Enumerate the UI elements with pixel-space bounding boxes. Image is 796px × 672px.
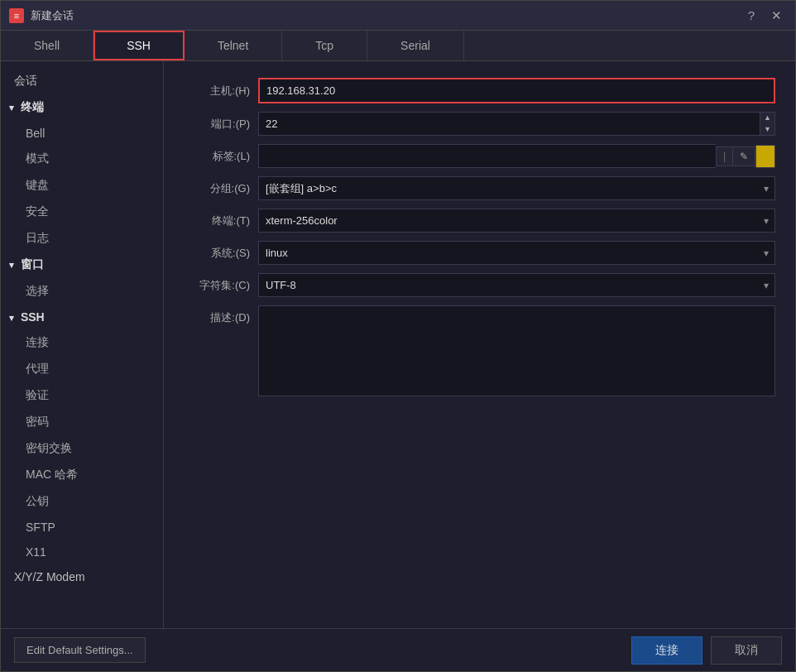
host-control (258, 78, 775, 103)
sidebar-item-sftp[interactable]: SFTP (1, 515, 163, 540)
system-row: 系统:(S) linux (184, 241, 775, 265)
tag-divider: | (717, 147, 733, 166)
dialog: ≡ 新建会话 ? ✕ Shell SSH Telnet Tcp Serial 会… (0, 0, 796, 672)
tag-label: 标签:(L) (184, 149, 258, 164)
connect-button[interactable]: 连接 (631, 636, 702, 665)
title-bar-controls: ? ✕ (743, 7, 787, 25)
group-select[interactable]: [嵌套组] a>b>c (258, 176, 775, 200)
cancel-button[interactable]: 取消 (711, 636, 782, 665)
tag-control: | ✎ (258, 144, 775, 168)
terminal-row: 终端:(T) xterm-256color (184, 209, 775, 233)
desc-control (258, 305, 775, 399)
charset-control: UTF-8 (258, 273, 775, 297)
port-spin-down[interactable]: ▼ (760, 124, 774, 136)
host-input[interactable] (258, 78, 775, 103)
bottom-right-buttons: 连接 取消 (631, 636, 782, 665)
sidebar: 会话 ▾ 终端 Bell 模式 键盘 安全 日志 ▾ 窗口 (1, 61, 164, 628)
system-label: 系统:(S) (184, 246, 258, 261)
help-button[interactable]: ? (743, 7, 760, 25)
bottom-bar: Edit Default Settings... 连接 取消 (1, 628, 795, 671)
terminal-label: 终端:(T) (184, 214, 258, 228)
tab-tcp[interactable]: Tcp (282, 31, 367, 60)
terminal-control: xterm-256color (258, 209, 775, 233)
host-row: 主机:(H) (184, 78, 775, 103)
desc-row: 描述:(D) (184, 305, 775, 399)
tab-telnet[interactable]: Telnet (185, 31, 282, 60)
form-area: 主机:(H) 端口:(P) ▲ ▼ (164, 61, 795, 628)
charset-row: 字符集:(C) UTF-8 (184, 273, 775, 297)
port-label: 端口:(P) (184, 117, 258, 132)
tab-shell[interactable]: Shell (1, 31, 94, 60)
sidebar-item-log[interactable]: 日志 (1, 225, 163, 252)
main-content: 会话 ▾ 终端 Bell 模式 键盘 安全 日志 ▾ 窗口 (1, 61, 795, 628)
sidebar-item-password[interactable]: 密码 (1, 409, 163, 435)
host-label: 主机:(H) (184, 84, 258, 98)
charset-select[interactable]: UTF-8 (258, 273, 775, 297)
tag-input[interactable] (258, 144, 716, 168)
sidebar-item-connect[interactable]: 连接 (1, 329, 163, 356)
sidebar-item-select[interactable]: 选择 (1, 278, 163, 305)
group-label: 分组:(G) (184, 181, 258, 196)
sidebar-item-machash[interactable]: MAC 哈希 (1, 462, 163, 488)
dialog-title: 新建会话 (31, 8, 743, 23)
sidebar-item-window[interactable]: ▾ 窗口 (1, 252, 163, 278)
collapse-arrow-ssh: ▾ (9, 313, 14, 324)
tab-serial[interactable]: Serial (367, 31, 464, 60)
sidebar-item-pubkey[interactable]: 公钥 (1, 488, 163, 515)
tag-actions: | ✎ (716, 146, 755, 166)
sidebar-item-terminal[interactable]: ▾ 终端 (1, 94, 163, 121)
tag-edit-button[interactable]: ✎ (733, 147, 755, 166)
tag-color-box[interactable] (755, 145, 775, 168)
desc-label: 描述:(D) (184, 305, 258, 325)
sidebar-item-auth[interactable]: 验证 (1, 382, 163, 409)
port-control: ▲ ▼ (258, 112, 775, 136)
close-button[interactable]: ✕ (766, 7, 787, 25)
port-spin-up[interactable]: ▲ (760, 113, 774, 124)
tag-row: 标签:(L) | ✎ (184, 144, 775, 168)
port-row: 端口:(P) ▲ ▼ (184, 112, 775, 136)
title-bar: ≡ 新建会话 ? ✕ (1, 1, 795, 31)
sidebar-item-proxy[interactable]: 代理 (1, 356, 163, 382)
sidebar-item-session[interactable]: 会话 (1, 68, 163, 94)
app-icon: ≡ (9, 8, 24, 23)
sidebar-item-x11[interactable]: X11 (1, 540, 163, 564)
system-control: linux (258, 241, 775, 265)
sidebar-item-modem[interactable]: X/Y/Z Modem (1, 564, 163, 589)
system-select[interactable]: linux (258, 241, 775, 265)
group-control: [嵌套组] a>b>c (258, 176, 775, 200)
tab-ssh[interactable]: SSH (94, 31, 185, 60)
sidebar-item-bell[interactable]: Bell (1, 121, 163, 146)
port-spin: ▲ ▼ (760, 112, 775, 136)
terminal-select[interactable]: xterm-256color (258, 209, 775, 233)
collapse-arrow-window: ▾ (9, 260, 14, 271)
sidebar-item-keyboard[interactable]: 键盘 (1, 172, 163, 199)
charset-label: 字符集:(C) (184, 278, 258, 293)
port-input[interactable] (258, 112, 760, 136)
tab-bar: Shell SSH Telnet Tcp Serial (1, 31, 795, 61)
group-row: 分组:(G) [嵌套组] a>b>c (184, 176, 775, 200)
sidebar-item-mode[interactable]: 模式 (1, 146, 163, 172)
sidebar-item-ssh-section[interactable]: ▾ SSH (1, 305, 163, 329)
desc-textarea[interactable] (258, 305, 775, 396)
edit-default-button[interactable]: Edit Default Settings... (14, 637, 146, 663)
sidebar-item-security[interactable]: 安全 (1, 199, 163, 225)
collapse-arrow-terminal: ▾ (9, 103, 14, 113)
sidebar-item-keyexchange[interactable]: 密钥交换 (1, 435, 163, 462)
